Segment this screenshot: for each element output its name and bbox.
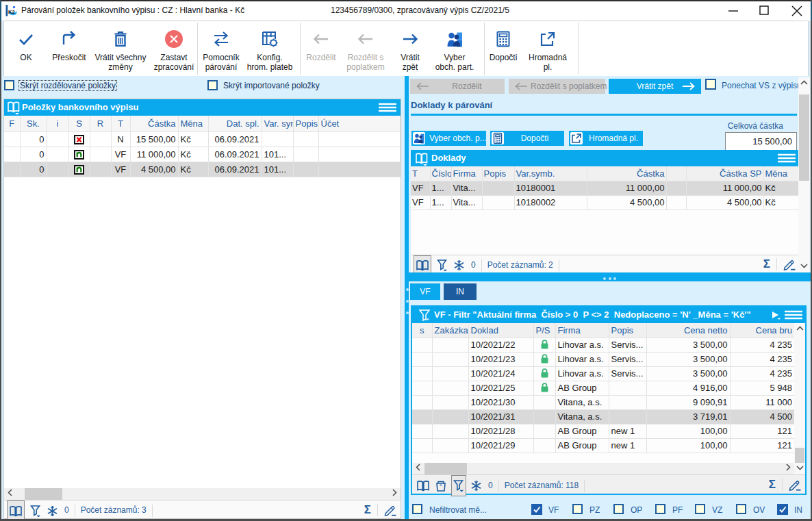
svg-text:K2: K2 — [8, 9, 15, 15]
